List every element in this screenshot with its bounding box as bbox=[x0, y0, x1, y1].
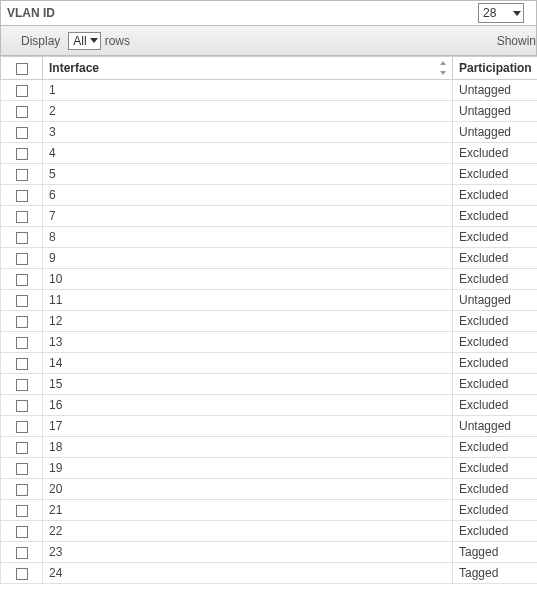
row-checkbox[interactable] bbox=[16, 442, 28, 454]
participation-cell: Tagged bbox=[453, 563, 538, 584]
participation-cell: Untagged bbox=[453, 80, 538, 101]
row-select-cell[interactable] bbox=[1, 458, 43, 479]
select-all-checkbox[interactable] bbox=[16, 63, 28, 75]
table-row: 8Excluded bbox=[1, 227, 538, 248]
row-checkbox[interactable] bbox=[16, 85, 28, 97]
row-select-cell[interactable] bbox=[1, 143, 43, 164]
row-select-cell[interactable] bbox=[1, 479, 43, 500]
table-row: 2Untagged bbox=[1, 101, 538, 122]
row-checkbox[interactable] bbox=[16, 127, 28, 139]
vlan-id-select[interactable]: 28 bbox=[478, 3, 524, 23]
vlan-id-value: 28 bbox=[483, 6, 496, 20]
table-row: 9Excluded bbox=[1, 248, 538, 269]
table-header-row: Interface Participation bbox=[1, 57, 538, 80]
row-select-cell[interactable] bbox=[1, 395, 43, 416]
row-checkbox[interactable] bbox=[16, 358, 28, 370]
table-row: 10Excluded bbox=[1, 269, 538, 290]
select-all-header[interactable] bbox=[1, 57, 43, 80]
row-select-cell[interactable] bbox=[1, 521, 43, 542]
table-row: 16Excluded bbox=[1, 395, 538, 416]
row-checkbox[interactable] bbox=[16, 526, 28, 538]
table-row: 14Excluded bbox=[1, 353, 538, 374]
row-select-cell[interactable] bbox=[1, 374, 43, 395]
interface-cell: 8 bbox=[43, 227, 453, 248]
row-checkbox[interactable] bbox=[16, 274, 28, 286]
interface-cell: 1 bbox=[43, 80, 453, 101]
row-checkbox[interactable] bbox=[16, 463, 28, 475]
row-select-cell[interactable] bbox=[1, 80, 43, 101]
sort-icon[interactable] bbox=[438, 61, 448, 75]
participation-cell: Excluded bbox=[453, 332, 538, 353]
participation-cell: Excluded bbox=[453, 311, 538, 332]
row-select-cell[interactable] bbox=[1, 542, 43, 563]
interface-cell: 6 bbox=[43, 185, 453, 206]
table-row: 19Excluded bbox=[1, 458, 538, 479]
row-select-cell[interactable] bbox=[1, 269, 43, 290]
row-checkbox[interactable] bbox=[16, 106, 28, 118]
participation-cell: Excluded bbox=[453, 269, 538, 290]
row-checkbox[interactable] bbox=[16, 505, 28, 517]
row-select-cell[interactable] bbox=[1, 332, 43, 353]
interface-cell: 23 bbox=[43, 542, 453, 563]
interface-cell: 16 bbox=[43, 395, 453, 416]
row-checkbox[interactable] bbox=[16, 190, 28, 202]
row-select-cell[interactable] bbox=[1, 206, 43, 227]
chevron-down-icon bbox=[513, 11, 521, 16]
rows-label: rows bbox=[105, 34, 130, 48]
interface-table: Interface Participation 1Untagged2Untagg… bbox=[0, 56, 537, 584]
vlan-id-row: VLAN ID 28 bbox=[0, 0, 537, 26]
interface-cell: 17 bbox=[43, 416, 453, 437]
row-checkbox[interactable] bbox=[16, 337, 28, 349]
participation-cell: Excluded bbox=[453, 353, 538, 374]
row-select-cell[interactable] bbox=[1, 416, 43, 437]
vlan-id-label: VLAN ID bbox=[1, 6, 478, 20]
participation-cell: Excluded bbox=[453, 164, 538, 185]
table-row: 3Untagged bbox=[1, 122, 538, 143]
row-select-cell[interactable] bbox=[1, 353, 43, 374]
row-select-cell[interactable] bbox=[1, 500, 43, 521]
row-checkbox[interactable] bbox=[16, 400, 28, 412]
table-row: 5Excluded bbox=[1, 164, 538, 185]
row-select-cell[interactable] bbox=[1, 311, 43, 332]
participation-cell: Excluded bbox=[453, 521, 538, 542]
table-row: 6Excluded bbox=[1, 185, 538, 206]
interface-cell: 7 bbox=[43, 206, 453, 227]
row-checkbox[interactable] bbox=[16, 295, 28, 307]
chevron-down-icon bbox=[90, 38, 98, 43]
table-row: 15Excluded bbox=[1, 374, 538, 395]
row-select-cell[interactable] bbox=[1, 437, 43, 458]
row-checkbox[interactable] bbox=[16, 211, 28, 223]
interface-cell: 3 bbox=[43, 122, 453, 143]
row-checkbox[interactable] bbox=[16, 547, 28, 559]
row-checkbox[interactable] bbox=[16, 379, 28, 391]
row-select-cell[interactable] bbox=[1, 185, 43, 206]
interface-cell: 12 bbox=[43, 311, 453, 332]
column-participation[interactable]: Participation bbox=[453, 57, 538, 80]
row-checkbox[interactable] bbox=[16, 148, 28, 160]
row-checkbox[interactable] bbox=[16, 232, 28, 244]
row-select-cell[interactable] bbox=[1, 122, 43, 143]
column-participation-label: Participation bbox=[459, 61, 532, 75]
row-select-cell[interactable] bbox=[1, 227, 43, 248]
row-select-cell[interactable] bbox=[1, 248, 43, 269]
interface-cell: 2 bbox=[43, 101, 453, 122]
row-checkbox[interactable] bbox=[16, 421, 28, 433]
participation-cell: Excluded bbox=[453, 143, 538, 164]
row-checkbox[interactable] bbox=[16, 253, 28, 265]
row-select-cell[interactable] bbox=[1, 290, 43, 311]
column-interface[interactable]: Interface bbox=[43, 57, 453, 80]
table-row: 1Untagged bbox=[1, 80, 538, 101]
row-checkbox[interactable] bbox=[16, 568, 28, 580]
display-rows-select[interactable]: All bbox=[68, 32, 100, 50]
row-checkbox[interactable] bbox=[16, 484, 28, 496]
row-checkbox[interactable] bbox=[16, 169, 28, 181]
table-row: 13Excluded bbox=[1, 332, 538, 353]
row-checkbox[interactable] bbox=[16, 316, 28, 328]
interface-cell: 4 bbox=[43, 143, 453, 164]
row-select-cell[interactable] bbox=[1, 164, 43, 185]
showing-status: Showin bbox=[497, 34, 536, 48]
participation-cell: Excluded bbox=[453, 437, 538, 458]
row-select-cell[interactable] bbox=[1, 563, 43, 584]
interface-cell: 15 bbox=[43, 374, 453, 395]
row-select-cell[interactable] bbox=[1, 101, 43, 122]
